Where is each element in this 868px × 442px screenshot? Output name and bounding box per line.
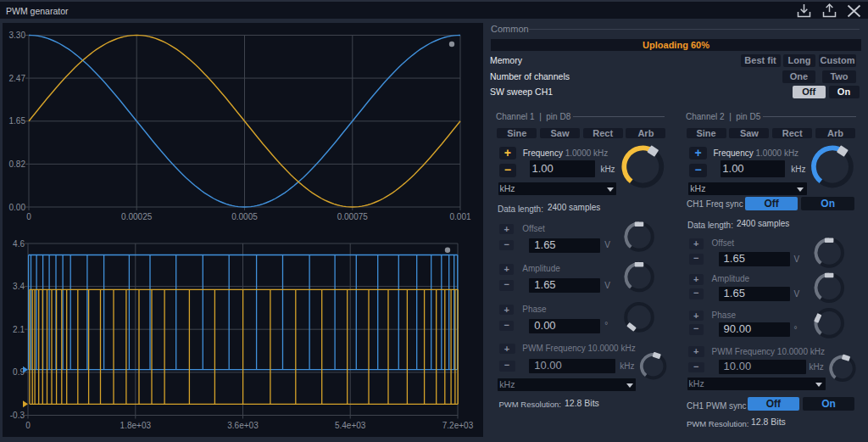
svg-text:0.82: 0.82 (9, 159, 26, 169)
svg-text:4.6: 4.6 (13, 239, 25, 249)
svg-text:3.30: 3.30 (9, 31, 26, 40)
svg-text:7.2e+03: 7.2e+03 (442, 421, 474, 430)
svg-text:0.0005: 0.0005 (231, 212, 258, 221)
svg-text:0: 0 (25, 421, 31, 430)
svg-text:-0.3: -0.3 (10, 411, 25, 420)
svg-text:2.47: 2.47 (9, 74, 26, 83)
svg-text:0.00025: 0.00025 (121, 212, 153, 221)
svg-text:1.65: 1.65 (9, 116, 26, 126)
svg-text:2.1: 2.1 (13, 325, 25, 334)
svg-text:3.4: 3.4 (13, 282, 25, 291)
svg-text:0: 0 (26, 212, 31, 221)
svg-text:0.00: 0.00 (9, 203, 26, 212)
svg-text:0.00075: 0.00075 (337, 212, 369, 221)
svg-text:0.001: 0.001 (449, 212, 470, 221)
svg-text:3.6e+03: 3.6e+03 (227, 421, 259, 430)
svg-text:5.4e+03: 5.4e+03 (335, 421, 366, 430)
svg-text:1.8e+03: 1.8e+03 (120, 421, 152, 430)
